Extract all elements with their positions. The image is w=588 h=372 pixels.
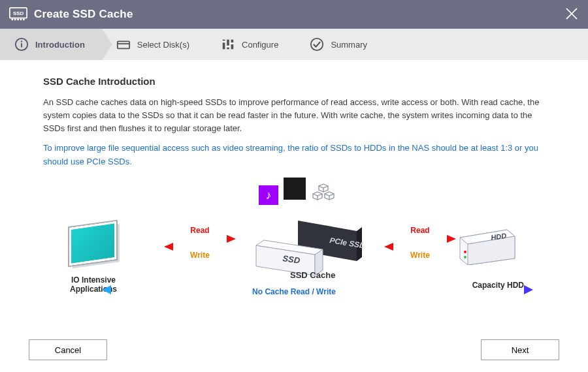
- svg-rect-3: [17, 19, 19, 21]
- svg-rect-5: [23, 19, 25, 21]
- section-heading: SSD Cache Introduction: [43, 76, 545, 87]
- read-label: Read: [164, 226, 236, 235]
- write-label: Write: [164, 251, 236, 260]
- io-apps-graphic: [69, 225, 116, 262]
- svg-rect-2: [14, 19, 16, 21]
- arrows-left: Read Write: [164, 226, 236, 260]
- arrows-right: Read Write: [384, 226, 456, 260]
- close-icon[interactable]: [563, 5, 580, 22]
- cache-diagram: IO Intensive Applications ♪ PCIe SSD: [43, 175, 545, 312]
- step-label: Summary: [331, 40, 367, 50]
- disk-icon: [116, 37, 131, 52]
- svg-rect-12: [227, 40, 229, 50]
- arrow-left-icon: [164, 243, 236, 251]
- read-label: Read: [384, 226, 456, 235]
- step-configure[interactable]: Configure: [206, 29, 295, 60]
- film-icon: [284, 178, 306, 200]
- intro-note: To improve large file sequential access …: [43, 142, 545, 168]
- step-label: Select Disk(s): [137, 40, 189, 50]
- arrow-right-icon: [384, 235, 456, 243]
- svg-point-9: [21, 40, 22, 42]
- ssd-cache-label: SSD Cache: [290, 270, 335, 280]
- svg-rect-1: [12, 19, 14, 21]
- window-title: Create SSD Cache: [34, 8, 133, 21]
- svg-rect-15: [226, 46, 230, 48]
- step-label: Introduction: [35, 40, 85, 50]
- svg-rect-16: [231, 42, 235, 44]
- next-button[interactable]: Next: [481, 339, 559, 360]
- svg-rect-14: [222, 41, 226, 43]
- sliders-icon: [221, 37, 235, 52]
- step-select-disks[interactable]: Select Disk(s): [102, 29, 206, 60]
- svg-point-20: [464, 251, 466, 253]
- svg-point-17: [311, 39, 323, 50]
- svg-text:SSD: SSD: [13, 10, 24, 16]
- check-icon: [310, 37, 324, 52]
- music-icon: ♪: [259, 185, 278, 205]
- svg-point-21: [464, 256, 466, 258]
- intro-paragraph: An SSD cache caches data on high-speed S…: [43, 96, 545, 135]
- wizard-steps: Introduction Select Disk(s) Configure Su…: [0, 29, 588, 60]
- cubes-icon: [312, 183, 335, 205]
- step-summary[interactable]: Summary: [295, 29, 384, 60]
- ssd-icon: SSD: [9, 7, 27, 22]
- svg-rect-10: [118, 41, 129, 48]
- arrow-left-icon: [384, 243, 456, 251]
- write-label: Write: [384, 251, 456, 260]
- info-icon: [14, 37, 29, 52]
- content-area: SSD Cache Introduction An SSD cache cach…: [0, 60, 588, 317]
- svg-rect-4: [20, 19, 22, 21]
- svg-rect-8: [21, 43, 22, 47]
- cancel-button[interactable]: Cancel: [29, 339, 107, 360]
- window-header: SSD Create SSD Cache: [0, 0, 588, 29]
- step-label: Configure: [242, 40, 278, 50]
- hdd-graphic: HDD: [456, 226, 519, 268]
- footer: Cancel Next: [0, 339, 588, 360]
- step-introduction[interactable]: Introduction: [0, 29, 102, 60]
- no-cache-label: No Cache Read / Write: [43, 287, 545, 296]
- arrow-right-icon: [164, 235, 236, 243]
